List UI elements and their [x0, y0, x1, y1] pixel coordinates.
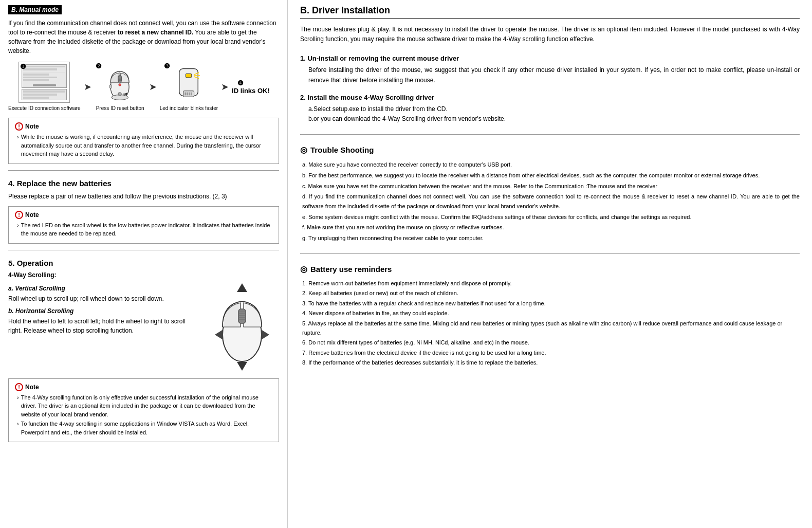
note-3-title: ! Note: [15, 383, 272, 391]
driver-installation-intro: The mouse features plug & play. It is no…: [300, 25, 800, 44]
horizontal-scrolling-body: Hold the wheel to left to scroll left; h…: [8, 317, 200, 335]
divider-right-2: [300, 253, 800, 254]
note-3-content: › The 4-Way scrolling function is only e…: [15, 393, 272, 437]
battery-item-4: 4. Never dispose of batteries in fire, a…: [302, 309, 800, 318]
note-3-bullet-2: › To function the 4-way scrolling in som…: [17, 420, 272, 436]
vertical-scrolling-body: Roll wheel up to scroll up; roll wheel d…: [8, 294, 200, 303]
sw-line: [23, 68, 57, 70]
install-title: 2. Install the mouse 4-Way Scrolling dri…: [300, 94, 800, 101]
uninstall-body: Before installing the driver of the mous…: [308, 65, 800, 85]
sw-line: [23, 79, 48, 81]
trouble-item-b: b. For the best performance, we suggest …: [302, 171, 800, 180]
circle-icon-1: ◎: [300, 145, 307, 155]
battery-item-1: 1. Remove worn-out batteries from equipm…: [302, 279, 800, 288]
install-line-b: b.or you can download the 4-Way Scrollin…: [308, 114, 800, 124]
note-2-content: › The red LED on the scroll wheel is the…: [15, 221, 272, 238]
driver-installation-title: B. Driver Installation: [300, 5, 800, 19]
battery-list: 1. Remove worn-out batteries from equipm…: [302, 279, 800, 368]
trouble-item-d: d. If you find the communication channel…: [302, 192, 800, 211]
note-1-bullet: › While the mouse is working, if encount…: [17, 133, 272, 158]
svg-rect-21: [191, 93, 192, 96]
battery-reminders-header: ◎ Battery use reminders: [300, 264, 800, 274]
sw-line: [23, 94, 57, 96]
sw-btn: [33, 84, 56, 87]
horizontal-scrolling-header: b. Horizontal Scrolling: [8, 307, 200, 315]
divider-right-1: [300, 134, 800, 135]
step-1: ❶ Execute ID: [8, 62, 81, 112]
trouble-item-a: a. Make sure you have connected the rece…: [302, 160, 800, 170]
install-line-a: a.Select setup.exe to install the driver…: [308, 104, 800, 114]
note-3-bullet-1: › The 4-Way scrolling function is only e…: [17, 393, 272, 419]
svg-rect-9: [110, 85, 112, 88]
section-5-area: 5. Operation 4-Way Scrolling: a. Vertica…: [8, 259, 279, 443]
divider-1: [8, 170, 279, 171]
svg-marker-30: [215, 330, 223, 340]
step-2-box: ❷: [95, 62, 146, 103]
svg-point-10: [118, 93, 122, 96]
trouble-item-c: c. Make sure you have set the communicat…: [302, 181, 800, 191]
arrow-right-1: ➤: [84, 81, 91, 93]
battery-item-8: 8. If the performance of the batteries d…: [302, 358, 800, 368]
install-body: a.Select setup.exe to install the driver…: [308, 104, 800, 124]
section-intro: If you find the communication channel do…: [8, 19, 279, 56]
note-box-2: ! Note › The red LED on the scroll wheel…: [8, 206, 279, 244]
trouble-shooting-header: ◎ Trouble Shooting: [300, 145, 800, 155]
svg-marker-31: [261, 330, 269, 340]
left-panel: B. Manual mode If you find the communica…: [0, 0, 288, 528]
note-icon-2: !: [15, 211, 23, 219]
section-4-body: Please replace a pair of new batteries a…: [8, 192, 279, 201]
step-4: ❹ ID links OK!: [232, 79, 270, 95]
arrow-right-3: ➤: [221, 81, 229, 93]
trouble-item-e: e. Some system devices might conflict wi…: [302, 212, 800, 222]
svg-rect-20: [189, 93, 190, 96]
arrow-right-2: ➤: [149, 81, 157, 93]
step-4-box: ❹ ID links OK!: [232, 79, 270, 95]
intro-bold: to reset a new channel ID.: [118, 29, 193, 36]
note-2-bullet: › The red LED on the scroll wheel is the…: [17, 221, 272, 238]
svg-rect-14: [186, 74, 192, 78]
step-1-label: Execute ID connection software: [8, 105, 81, 112]
sw-line: [23, 77, 57, 78]
svg-rect-18: [184, 93, 186, 96]
section-4-header: 4. Replace the new batteries: [8, 179, 279, 188]
trouble-item-f: f. Make sure that you are not working th…: [302, 223, 800, 232]
scrolling-header: 4-Way Scrolling:: [8, 271, 279, 279]
note-icon-3: !: [15, 383, 23, 391]
note-box-1: ! Note › While the mouse is working, if …: [8, 118, 279, 164]
circle-icon-2: ◎: [300, 264, 307, 274]
battery-item-3: 3. To have the batteries with a regular …: [302, 299, 800, 308]
trouble-shooting-list: a. Make sure you have connected the rece…: [302, 160, 800, 243]
note-icon-1: !: [15, 122, 23, 131]
receiver-svg: [175, 64, 203, 101]
step-3-box: ❸: [163, 62, 214, 103]
scroll-mouse-illustration: [205, 281, 279, 373]
note-1-content: › While the mouse is working, if encount…: [15, 133, 272, 158]
svg-marker-32: [237, 362, 247, 371]
step-1-box: ❶: [19, 62, 70, 103]
steps-row: ❶ Execute ID: [8, 62, 279, 112]
uninstall-title: 1. Un-install or removing the current mo…: [300, 54, 800, 62]
mouse-svg: [103, 64, 137, 101]
manual-mode-header: B. Manual mode: [8, 5, 62, 14]
note-2-title: ! Note: [15, 211, 272, 219]
battery-item-5: 5. Always replace all the batteries at t…: [302, 319, 800, 337]
svg-rect-19: [187, 93, 188, 96]
step-2: ❷: [95, 62, 146, 112]
scrolling-text-area: a. Vertical Scrolling Roll wheel up to s…: [8, 281, 200, 373]
section-5-header: 5. Operation: [8, 259, 279, 267]
scrolling-content-row: a. Vertical Scrolling Roll wheel up to s…: [8, 281, 279, 373]
software-screenshot: [22, 64, 67, 88]
step-3: ❸: [160, 62, 218, 112]
svg-point-8: [119, 83, 121, 86]
bullet-arrow-4: ›: [17, 420, 19, 436]
battery-item-6: 6. Do not mix different types of batteri…: [302, 338, 800, 348]
svg-rect-2: [118, 76, 122, 82]
svg-marker-22: [237, 283, 247, 292]
right-panel: B. Driver Installation The mouse feature…: [288, 0, 812, 528]
note-box-3: ! Note › The 4-Way scrolling function is…: [8, 378, 279, 443]
sw-line: [23, 97, 48, 99]
software-screenshot2: [22, 89, 67, 100]
battery-item-2: 2. Keep all batteries (used or new) out …: [302, 289, 800, 298]
bullet-arrow: ›: [17, 133, 19, 158]
trouble-item-g: g. Try unplugging then reconnecting the …: [302, 233, 800, 243]
